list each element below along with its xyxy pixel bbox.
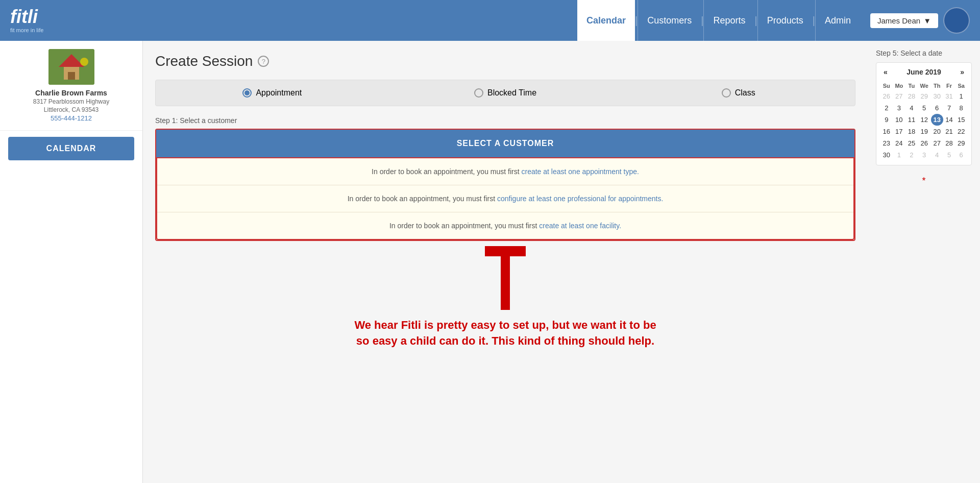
day-header-tu: Tu bbox=[905, 81, 918, 90]
calendar-day[interactable]: 22 bbox=[955, 126, 967, 137]
calendar-day[interactable]: 26 bbox=[880, 90, 893, 102]
calendar-day[interactable]: 6 bbox=[955, 149, 967, 161]
radio-appointment[interactable] bbox=[242, 88, 252, 98]
business-address-line1: 8317 Pearblossom Highway bbox=[8, 98, 134, 105]
day-header-sa: Sa bbox=[955, 81, 967, 90]
warning-row-2: In order to book an appointment, you mus… bbox=[157, 185, 853, 212]
session-type-appointment-label: Appointment bbox=[256, 88, 302, 98]
day-header-th: Th bbox=[931, 81, 943, 90]
calendar-day[interactable]: 17 bbox=[893, 126, 905, 137]
warning-2-prefix: In order to book an appointment, you mus… bbox=[348, 195, 497, 203]
calendar-day[interactable]: 1 bbox=[955, 90, 967, 102]
calendar-day[interactable]: 11 bbox=[905, 114, 918, 126]
help-icon[interactable]: ? bbox=[258, 56, 269, 67]
nav-reports[interactable]: Reports bbox=[703, 0, 754, 41]
calendar-day[interactable]: 29 bbox=[918, 90, 931, 102]
business-logo-svg bbox=[48, 49, 94, 85]
svg-point-4 bbox=[80, 58, 88, 66]
select-customer-button[interactable]: SELECT A CUSTOMER bbox=[156, 130, 854, 157]
calendar-next-button[interactable]: » bbox=[957, 67, 967, 77]
calendar-day[interactable]: 27 bbox=[893, 90, 905, 102]
calendar-day[interactable]: 10 bbox=[893, 114, 905, 126]
header: fitli fit more in life Calendar | Custom… bbox=[0, 0, 980, 41]
nav-products[interactable]: Products bbox=[757, 0, 813, 41]
svg-rect-3 bbox=[68, 72, 75, 80]
dropdown-arrow-icon: ▼ bbox=[923, 16, 931, 25]
step1-container: SELECT A CUSTOMER In order to book an ap… bbox=[155, 129, 855, 241]
session-type-blocked[interactable]: Blocked Time bbox=[389, 88, 622, 98]
calendar-day[interactable]: 15 bbox=[955, 114, 967, 126]
calendar-day[interactable]: 5 bbox=[943, 149, 955, 161]
nav-customers[interactable]: Customers bbox=[638, 0, 701, 41]
calendar-button[interactable]: CALENDAR bbox=[8, 137, 134, 160]
calendar-day[interactable]: 30 bbox=[931, 90, 943, 102]
warning-3-link[interactable]: create at least one facility. bbox=[539, 222, 621, 230]
user-area: James Dean ▼ bbox=[870, 7, 970, 34]
calendar-day[interactable]: 23 bbox=[880, 137, 893, 149]
calendar-day[interactable]: 31 bbox=[943, 90, 955, 102]
promo-arrow-svg bbox=[485, 246, 526, 312]
calendar-day[interactable]: 24 bbox=[893, 137, 905, 149]
calendar-week-2: 9101112131415 bbox=[880, 114, 967, 126]
calendar-day[interactable]: 19 bbox=[918, 126, 931, 137]
avatar bbox=[943, 7, 970, 34]
calendar-grid: Su Mo Tu We Th Fr Sa 2627282930311234567… bbox=[880, 81, 967, 161]
calendar-day[interactable]: 25 bbox=[905, 137, 918, 149]
mini-calendar: « June 2019 » Su Mo Tu We Th Fr Sa bbox=[876, 62, 972, 165]
calendar-day[interactable]: 3 bbox=[893, 102, 905, 114]
calendar-day[interactable]: 28 bbox=[905, 90, 918, 102]
warning-row-1: In order to book an appointment, you mus… bbox=[157, 158, 853, 185]
calendar-day[interactable]: 16 bbox=[880, 126, 893, 137]
calendar-day[interactable]: 7 bbox=[943, 102, 955, 114]
calendar-day[interactable]: 6 bbox=[931, 102, 943, 114]
radio-blocked[interactable] bbox=[474, 88, 483, 98]
calendar-day[interactable]: 1 bbox=[893, 149, 905, 161]
calendar-week-4: 23242526272829 bbox=[880, 137, 967, 149]
calendar-week-3: 16171819202122 bbox=[880, 126, 967, 137]
calendar-day[interactable]: 4 bbox=[905, 102, 918, 114]
calendar-day[interactable]: 20 bbox=[931, 126, 943, 137]
warning-2-link[interactable]: configure at least one professional for … bbox=[497, 195, 663, 203]
calendar-day[interactable]: 4 bbox=[931, 149, 943, 161]
calendar-day[interactable]: 28 bbox=[943, 137, 955, 149]
star-marker: * bbox=[876, 176, 972, 186]
nav-calendar[interactable]: Calendar bbox=[577, 0, 635, 41]
step1-section: Step 1: Select a customer SELECT A CUSTO… bbox=[155, 116, 855, 241]
calendar-day[interactable]: 5 bbox=[918, 102, 931, 114]
calendar-day[interactable]: 26 bbox=[918, 137, 931, 149]
warning-1-prefix: In order to book an appointment, you mus… bbox=[372, 167, 521, 176]
promo-text: We hear Fitli is pretty easy to set up, … bbox=[354, 318, 656, 349]
calendar-month-year: June 2019 bbox=[906, 68, 941, 76]
business-address-line2: Littlerock, CA 93543 bbox=[8, 106, 134, 113]
calendar-day[interactable]: 29 bbox=[955, 137, 967, 149]
radio-inner-appointment bbox=[244, 90, 250, 95]
calendar-day[interactable]: 13 bbox=[931, 114, 943, 126]
calendar-day[interactable]: 3 bbox=[918, 149, 931, 161]
session-type-blocked-label: Blocked Time bbox=[487, 88, 536, 98]
calendar-day[interactable]: 9 bbox=[880, 114, 893, 126]
calendar-prev-button[interactable]: « bbox=[880, 67, 891, 77]
calendar-day[interactable]: 30 bbox=[880, 149, 893, 161]
day-header-fr: Fr bbox=[943, 81, 955, 90]
radio-class[interactable] bbox=[722, 88, 731, 98]
calendar-day[interactable]: 2 bbox=[880, 102, 893, 114]
calendar-day[interactable]: 8 bbox=[955, 102, 967, 114]
calendar-day[interactable]: 21 bbox=[943, 126, 955, 137]
calendar-body: 2627282930311234567891011121314151617181… bbox=[880, 90, 967, 161]
logo-area: fitli fit more in life bbox=[10, 8, 43, 33]
calendar-header: « June 2019 » bbox=[880, 67, 967, 77]
calendar-week-0: 2627282930311 bbox=[880, 90, 967, 102]
calendar-day[interactable]: 18 bbox=[905, 126, 918, 137]
calendar-day[interactable]: 12 bbox=[918, 114, 931, 126]
calendar-day[interactable]: 27 bbox=[931, 137, 943, 149]
calendar-week-1: 2345678 bbox=[880, 102, 967, 114]
warning-1-link[interactable]: create at least one appointment type. bbox=[522, 167, 639, 176]
calendar-day[interactable]: 2 bbox=[905, 149, 918, 161]
session-type-appointment[interactable]: Appointment bbox=[156, 88, 389, 98]
calendar-day[interactable]: 14 bbox=[943, 114, 955, 126]
nav-admin[interactable]: Admin bbox=[815, 0, 860, 41]
user-menu-button[interactable]: James Dean ▼ bbox=[870, 13, 938, 28]
session-type-class[interactable]: Class bbox=[622, 88, 855, 98]
session-type-class-label: Class bbox=[735, 88, 755, 98]
calendar-week-5: 30123456 bbox=[880, 149, 967, 161]
